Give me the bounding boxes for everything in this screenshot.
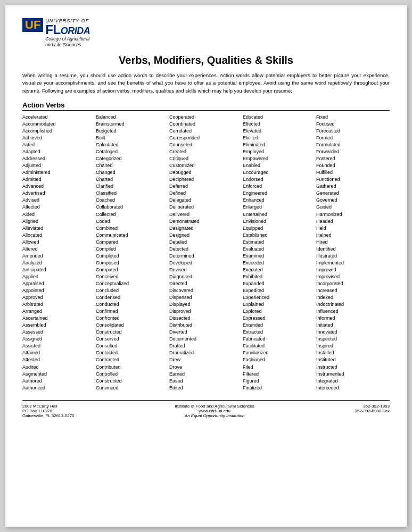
verb-word: Coached	[96, 197, 167, 204]
verb-word: Instituted	[316, 356, 388, 363]
verb-word: Diagnosed	[169, 273, 241, 280]
verb-word: Confronted	[96, 315, 167, 322]
verb-word: Hired	[316, 239, 388, 246]
verb-word: Critiqued	[169, 155, 241, 162]
uf-logo: UF University of FLORIDA College of Agri…	[22, 18, 90, 48]
verb-word: Compared	[96, 239, 167, 246]
verb-word: Gathered	[316, 183, 388, 190]
verb-word: Coordinated	[169, 121, 241, 128]
verb-word: Cooperated	[169, 114, 241, 121]
verb-word: Instructed	[316, 364, 388, 371]
verb-word: Customized	[169, 162, 241, 169]
verb-word: Conserved	[96, 336, 167, 343]
verb-word: Accommodated	[22, 121, 94, 128]
intro-text: When writing a resume, you should use ac…	[22, 72, 390, 95]
verb-word: Held	[316, 225, 388, 232]
verb-word: Alleviated	[22, 225, 94, 232]
verb-word: Familiarized	[243, 350, 314, 356]
verb-word: Developed	[169, 260, 241, 267]
verb-word: Amended	[22, 253, 94, 260]
verb-word: Informed	[316, 315, 388, 322]
verb-word: Focused	[316, 121, 388, 128]
verb-word: Examined	[243, 253, 314, 260]
verb-word: Combined	[96, 225, 167, 232]
verb-word: Expedited	[243, 287, 314, 294]
verb-word: Collected	[96, 211, 167, 218]
verb-word: Conducted	[96, 301, 167, 308]
verb-word: Adjusted	[22, 162, 94, 169]
verb-word: Classified	[96, 190, 167, 197]
verb-word: Initiated	[316, 322, 388, 329]
verb-word: Influenced	[316, 308, 388, 315]
verb-word: Constructed	[96, 329, 167, 336]
verb-word: Dramatized	[169, 350, 241, 356]
verb-word: Addressed	[22, 155, 94, 162]
verb-word: Drew	[169, 356, 241, 363]
verb-word: Balanced	[96, 114, 167, 121]
verb-word: Allowed	[22, 239, 94, 246]
verbs-grid: AcceleratedAccommodatedAccomplishedAchie…	[22, 114, 390, 392]
verb-word: Displayed	[169, 301, 241, 308]
verb-word: Advertised	[22, 190, 94, 197]
verb-word: Fostered	[316, 155, 388, 162]
verb-word: Attested	[22, 356, 94, 363]
verb-word: Forecasted	[316, 128, 388, 135]
verb-word: Eliminated	[243, 142, 314, 148]
verb-word: Created	[169, 148, 241, 155]
verb-word: Finalized	[243, 385, 314, 392]
verb-word: Assisted	[22, 343, 94, 350]
uf-name: University of FLORIDA College of Agricul…	[45, 18, 90, 48]
verb-word: Extracted	[243, 329, 314, 336]
verbs-col-5: FixedFocusedForecastedFormedFormulatedFo…	[316, 114, 390, 392]
verb-word: Aligned	[22, 218, 94, 225]
verb-word: Improvised	[316, 273, 388, 280]
verb-word: Appraised	[22, 280, 94, 287]
verb-word: Changed	[96, 169, 167, 176]
verb-word: Generated	[316, 190, 388, 197]
verb-word: Fashioned	[243, 356, 314, 363]
verb-word: Explained	[243, 301, 314, 308]
verb-word: Controlled	[96, 371, 167, 378]
page-title: Verbs, Modifiers, Qualities & Skills	[22, 54, 390, 66]
verb-word: Concluded	[96, 287, 167, 294]
verbs-col-2: BalancedBrainstormedBudgetedBuiltCalcula…	[96, 114, 169, 392]
verb-word: Delivered	[169, 211, 241, 218]
verb-word: Exhibited	[243, 273, 314, 280]
verb-word: Educated	[243, 114, 314, 121]
verb-word: Demonstrated	[169, 218, 241, 225]
verb-word: Conceptualized	[96, 280, 167, 287]
verb-word: Completed	[96, 253, 167, 260]
verb-word: Contributed	[96, 364, 167, 371]
verb-word: Confirmed	[96, 308, 167, 315]
verb-word: Authored	[22, 378, 94, 385]
verb-word: Figured	[243, 378, 314, 385]
verb-word: Enhanced	[243, 197, 314, 204]
verb-word: Identified	[316, 246, 388, 253]
section-title: Action Verbs	[22, 101, 390, 111]
verb-word: Extended	[243, 322, 314, 329]
verb-word: Facilitated	[243, 343, 314, 350]
verb-word: Compiled	[96, 246, 167, 253]
verb-word: Conceived	[96, 273, 167, 280]
verb-word: Arbitrated	[22, 301, 94, 308]
verb-word: Audited	[22, 364, 94, 371]
verb-word: Encouraged	[243, 169, 314, 176]
verb-word: Integrated	[316, 378, 388, 385]
verb-word: Fixed	[316, 114, 388, 121]
verb-word: Increased	[316, 287, 388, 294]
verb-word: Achieved	[22, 135, 94, 142]
verb-word: Harmonized	[316, 211, 388, 218]
verb-word: Contracted	[96, 356, 167, 363]
verb-word: Affected	[22, 204, 94, 211]
verb-word: Arranged	[22, 308, 94, 315]
verb-word: Illustrated	[316, 253, 388, 260]
verb-word: Communicated	[96, 232, 167, 239]
verb-word: Counseled	[169, 142, 241, 148]
verb-word: Governed	[316, 197, 388, 204]
uf-initials: UF	[22, 18, 43, 32]
verb-word: Accelerated	[22, 114, 94, 121]
verb-word: Attained	[22, 350, 94, 356]
verb-word: Applied	[22, 273, 94, 280]
verb-word: Entertained	[243, 211, 314, 218]
verb-word: Contacted	[96, 350, 167, 356]
